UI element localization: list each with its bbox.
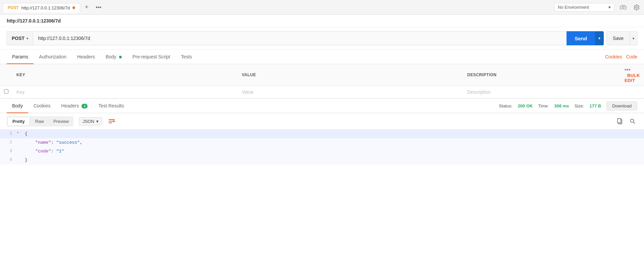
request-tabs: Params Authorization Headers Body Pre-re… xyxy=(0,50,644,64)
code-line-3: 3 "code": "1" xyxy=(0,147,644,156)
resp-tab-cookies-label: Cookies xyxy=(34,103,51,108)
tab-tests[interactable]: Tests xyxy=(176,50,198,64)
more-tabs-button[interactable]: ••• xyxy=(93,3,104,12)
gear-icon[interactable] xyxy=(632,3,641,12)
line-num-1: 1 xyxy=(0,130,17,138)
row-key-cell[interactable]: Key xyxy=(12,86,238,98)
add-tab-button[interactable]: + xyxy=(82,2,92,12)
svg-point-6 xyxy=(631,119,634,123)
pretty-view-button[interactable]: Pretty xyxy=(7,117,30,126)
headers-count-badge: 4 xyxy=(82,104,88,108)
resp-tab-body-label: Body xyxy=(12,103,23,108)
line-arrow-2 xyxy=(17,138,22,145)
body-toolbar-right xyxy=(615,117,637,126)
copy-icon[interactable] xyxy=(615,117,625,126)
url-bar: POST ▾ Send ▾ Save ▾ xyxy=(0,27,644,50)
save-button-group: Save ▾ xyxy=(606,31,637,45)
breadcrumb: http://127.0.0.1:12306/7d xyxy=(0,15,644,27)
status-label: Status: xyxy=(499,103,512,108)
download-button[interactable]: Download xyxy=(606,101,637,110)
line-arrow-1[interactable]: ▾ xyxy=(17,130,22,136)
resp-tab-cookies[interactable]: Cookies xyxy=(28,99,56,113)
line-num-2: 2 xyxy=(0,138,17,146)
resp-tab-test-results-label: Test Results xyxy=(98,103,124,108)
svg-rect-5 xyxy=(618,119,621,123)
code-link[interactable]: Code xyxy=(626,54,637,59)
line-arrow-3 xyxy=(17,147,22,153)
code-line-2: 2 "name": "success", xyxy=(0,138,644,147)
tab-tests-label: Tests xyxy=(181,54,192,59)
tab-pre-request-label: Pre-request Script xyxy=(132,54,170,59)
time-value: 306 ms xyxy=(554,103,569,108)
tab-method: POST xyxy=(8,5,19,10)
table-row: Key Value Description xyxy=(0,86,644,98)
line-num-4: 4 xyxy=(0,156,17,164)
response-tabs: Body Cookies Headers 4 Test Results Stat… xyxy=(0,98,644,113)
col-header-check xyxy=(0,64,12,86)
tab-params[interactable]: Params xyxy=(7,50,34,64)
tab-unsaved-dot xyxy=(72,6,75,9)
code-area: 1 ▾ { 2 "name": "success", 3 "code": "1"… xyxy=(0,130,644,165)
environment-label: No Environment xyxy=(558,5,589,10)
format-label: JSON xyxy=(83,119,94,124)
time-label: Time: xyxy=(538,103,549,108)
cookies-link[interactable]: Cookies xyxy=(605,54,622,59)
params-table: KEY VALUE DESCRIPTION ••• Bulk Edit xyxy=(0,64,644,98)
eye-icon[interactable] xyxy=(619,3,628,12)
method-label: POST xyxy=(12,36,24,41)
tab-bar-right: No Environment ▾ xyxy=(554,3,641,12)
col-header-key: KEY xyxy=(12,64,238,86)
line-num-3: 3 xyxy=(0,147,17,155)
word-wrap-button[interactable] xyxy=(106,116,117,127)
preview-view-button[interactable]: Preview xyxy=(49,117,73,126)
code-line-1: 1 ▾ { xyxy=(0,130,644,138)
tab-params-label: Params xyxy=(12,54,28,59)
row-checkbox[interactable] xyxy=(4,89,8,94)
save-button[interactable]: Save xyxy=(606,31,630,45)
response-status-bar: Status: 200 OK Time: 306 ms Size: 177 B … xyxy=(499,101,637,110)
svg-line-7 xyxy=(634,122,635,124)
tab-right-links: Cookies Code xyxy=(605,54,637,59)
active-tab[interactable]: POST http://127.0.0.1:12306/7d xyxy=(3,3,80,12)
chevron-down-icon: ▾ xyxy=(608,5,611,10)
tab-url: http://127.0.0.1:12306/7d xyxy=(21,5,70,10)
method-chevron-icon: ▾ xyxy=(26,37,28,40)
raw-view-button[interactable]: Raw xyxy=(31,117,49,126)
bulk-edit-link[interactable]: Bulk Edit xyxy=(625,73,640,83)
row-desc-cell[interactable]: Description xyxy=(463,86,621,98)
size-value: 177 B xyxy=(589,103,601,108)
tab-body-label: Body xyxy=(106,54,116,59)
tab-authorization-label: Authorization xyxy=(39,54,66,59)
format-selector[interactable]: JSON ▾ xyxy=(79,117,102,126)
save-dropdown-button[interactable]: ▾ xyxy=(630,31,637,45)
send-button[interactable]: Send xyxy=(567,31,595,45)
line-arrow-4 xyxy=(17,156,22,162)
row-value-cell[interactable]: Value xyxy=(238,86,463,98)
url-input[interactable] xyxy=(33,31,567,45)
send-dropdown-button[interactable]: ▾ xyxy=(595,31,604,45)
params-section: KEY VALUE DESCRIPTION ••• Bulk Edit xyxy=(0,64,644,98)
tab-pre-request[interactable]: Pre-request Script xyxy=(127,50,176,64)
row-actions-cell xyxy=(621,86,644,98)
resp-tab-headers[interactable]: Headers 4 xyxy=(56,99,93,113)
search-icon[interactable] xyxy=(628,117,637,126)
code-line-4: 4 } xyxy=(0,156,644,165)
svg-point-0 xyxy=(622,7,624,9)
tab-authorization[interactable]: Authorization xyxy=(34,50,72,64)
resp-tab-test-results[interactable]: Test Results xyxy=(93,99,129,113)
breadcrumb-text: http://127.0.0.1:12306/7d xyxy=(7,18,61,24)
tab-bar: POST http://127.0.0.1:12306/7d + ••• No … xyxy=(0,0,644,15)
resp-tab-body[interactable]: Body xyxy=(7,99,28,113)
view-group: Pretty Raw Preview xyxy=(7,116,73,127)
tab-headers[interactable]: Headers xyxy=(72,50,100,64)
resp-tab-headers-label: Headers xyxy=(61,103,79,108)
tab-headers-label: Headers xyxy=(77,54,95,59)
send-button-group: Send ▾ xyxy=(567,31,604,45)
format-chevron-icon: ▾ xyxy=(96,119,99,124)
col-header-desc: DESCRIPTION xyxy=(463,64,621,86)
method-selector[interactable]: POST ▾ xyxy=(7,31,33,45)
more-options-icon[interactable]: ••• xyxy=(625,67,631,73)
status-value: 200 OK xyxy=(518,103,533,108)
environment-selector[interactable]: No Environment ▾ xyxy=(554,3,614,11)
tab-body[interactable]: Body xyxy=(100,50,127,64)
